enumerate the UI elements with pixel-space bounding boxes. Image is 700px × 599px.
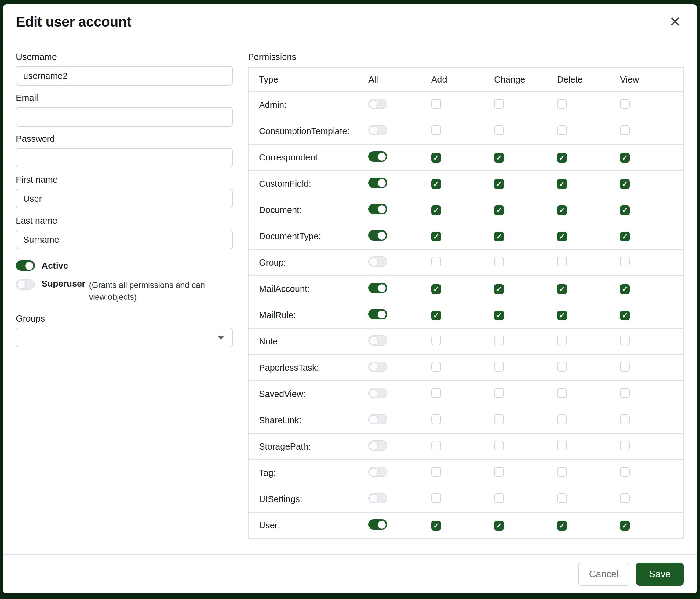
permission-view-checkbox[interactable] bbox=[620, 206, 630, 215]
permission-add-checkbox[interactable] bbox=[431, 362, 441, 372]
permission-add-checkbox[interactable] bbox=[431, 153, 441, 163]
permission-all-toggle[interactable] bbox=[368, 440, 387, 451]
permission-all-toggle[interactable] bbox=[368, 151, 387, 162]
permission-delete-checkbox[interactable] bbox=[557, 206, 567, 215]
permission-all-toggle[interactable] bbox=[368, 493, 387, 503]
active-toggle[interactable] bbox=[16, 260, 35, 271]
permission-view-checkbox[interactable] bbox=[620, 521, 630, 530]
permission-change-checkbox[interactable] bbox=[494, 153, 504, 163]
permission-all-toggle[interactable] bbox=[368, 230, 387, 241]
permission-all-toggle[interactable] bbox=[368, 309, 387, 319]
permission-all-toggle[interactable] bbox=[368, 257, 387, 267]
save-button[interactable]: Save bbox=[636, 562, 683, 585]
permission-all-toggle[interactable] bbox=[368, 177, 387, 188]
permission-view-checkbox[interactable] bbox=[620, 414, 630, 424]
permission-all-toggle[interactable] bbox=[368, 204, 387, 214]
permission-change-checkbox[interactable] bbox=[494, 336, 504, 345]
permission-add-checkbox[interactable] bbox=[431, 99, 441, 109]
permission-add-checkbox[interactable] bbox=[431, 232, 441, 241]
permission-delete-checkbox[interactable] bbox=[557, 257, 567, 266]
permission-change-checkbox[interactable] bbox=[494, 311, 504, 320]
permission-view-checkbox[interactable] bbox=[620, 467, 630, 477]
permission-change-checkbox[interactable] bbox=[494, 414, 504, 424]
permission-change-checkbox[interactable] bbox=[494, 388, 504, 398]
permission-delete-checkbox[interactable] bbox=[557, 311, 567, 320]
permission-delete-checkbox[interactable] bbox=[557, 467, 567, 477]
first-name-field[interactable] bbox=[16, 189, 233, 209]
permission-delete-checkbox[interactable] bbox=[557, 153, 567, 163]
permission-change-checkbox[interactable] bbox=[494, 284, 504, 294]
permission-add-checkbox[interactable] bbox=[431, 206, 441, 215]
permission-view-checkbox[interactable] bbox=[620, 441, 630, 451]
cancel-button[interactable]: Cancel bbox=[578, 562, 630, 585]
password-field[interactable] bbox=[16, 148, 233, 167]
permission-change-checkbox[interactable] bbox=[494, 493, 504, 503]
permission-change-checkbox[interactable] bbox=[494, 232, 504, 241]
username-input[interactable] bbox=[16, 66, 233, 86]
permission-delete-checkbox[interactable] bbox=[557, 125, 567, 135]
groups-select[interactable] bbox=[16, 328, 233, 347]
permission-view-checkbox[interactable] bbox=[620, 179, 630, 189]
superuser-toggle[interactable] bbox=[16, 279, 35, 290]
permission-all-toggle[interactable] bbox=[368, 519, 387, 530]
permission-view-cell bbox=[620, 257, 683, 269]
permission-all-toggle[interactable] bbox=[368, 125, 387, 136]
permission-add-checkbox[interactable] bbox=[431, 388, 441, 398]
permission-change-checkbox[interactable] bbox=[494, 179, 504, 189]
close-icon[interactable]: ✕ bbox=[667, 15, 683, 29]
permission-delete-checkbox[interactable] bbox=[557, 99, 567, 109]
permission-change-checkbox[interactable] bbox=[494, 467, 504, 477]
permission-add-checkbox[interactable] bbox=[431, 179, 441, 189]
permission-delete-checkbox[interactable] bbox=[557, 414, 567, 424]
permission-view-checkbox[interactable] bbox=[620, 99, 630, 109]
permission-delete-checkbox[interactable] bbox=[557, 179, 567, 189]
permission-all-toggle[interactable] bbox=[368, 362, 387, 372]
permission-change-checkbox[interactable] bbox=[494, 362, 504, 372]
permission-view-checkbox[interactable] bbox=[620, 388, 630, 398]
permission-all-toggle[interactable] bbox=[368, 414, 387, 425]
permission-all-toggle[interactable] bbox=[368, 388, 387, 398]
permission-delete-checkbox[interactable] bbox=[557, 284, 567, 294]
last-name-field[interactable] bbox=[16, 230, 233, 249]
permission-add-checkbox[interactable] bbox=[431, 414, 441, 424]
permission-add-checkbox[interactable] bbox=[431, 521, 441, 530]
permission-view-checkbox[interactable] bbox=[620, 362, 630, 372]
permission-all-cell bbox=[368, 99, 431, 111]
permission-add-checkbox[interactable] bbox=[431, 493, 441, 503]
permission-delete-checkbox[interactable] bbox=[557, 232, 567, 241]
permission-all-toggle[interactable] bbox=[368, 99, 387, 109]
permission-add-checkbox[interactable] bbox=[431, 125, 441, 135]
permission-change-checkbox[interactable] bbox=[494, 206, 504, 215]
permission-delete-checkbox[interactable] bbox=[557, 336, 567, 345]
permission-all-toggle[interactable] bbox=[368, 467, 387, 477]
permission-delete-checkbox[interactable] bbox=[557, 388, 567, 398]
permission-view-checkbox[interactable] bbox=[620, 232, 630, 241]
permission-change-checkbox[interactable] bbox=[494, 99, 504, 109]
permission-delete-checkbox[interactable] bbox=[557, 493, 567, 503]
permission-view-checkbox[interactable] bbox=[620, 257, 630, 266]
email-field[interactable] bbox=[16, 107, 233, 126]
permission-view-checkbox[interactable] bbox=[620, 284, 630, 294]
permission-add-checkbox[interactable] bbox=[431, 311, 441, 320]
permission-change-checkbox[interactable] bbox=[494, 257, 504, 266]
permission-view-checkbox[interactable] bbox=[620, 336, 630, 345]
permission-all-toggle[interactable] bbox=[368, 335, 387, 346]
permission-delete-checkbox[interactable] bbox=[557, 362, 567, 372]
permission-view-checkbox[interactable] bbox=[620, 311, 630, 320]
permission-add-checkbox[interactable] bbox=[431, 441, 441, 451]
permission-add-checkbox[interactable] bbox=[431, 284, 441, 294]
permission-view-checkbox[interactable] bbox=[620, 493, 630, 503]
permission-add-checkbox[interactable] bbox=[431, 336, 441, 345]
permission-delete-checkbox[interactable] bbox=[557, 441, 567, 451]
permission-all-cell bbox=[368, 519, 431, 532]
permission-change-checkbox[interactable] bbox=[494, 125, 504, 135]
permission-change-checkbox[interactable] bbox=[494, 441, 504, 451]
permission-delete-checkbox[interactable] bbox=[557, 521, 567, 530]
permission-view-checkbox[interactable] bbox=[620, 153, 630, 163]
permission-change-checkbox[interactable] bbox=[494, 521, 504, 530]
permission-add-checkbox[interactable] bbox=[431, 257, 441, 266]
permission-add-checkbox[interactable] bbox=[431, 467, 441, 477]
permission-all-toggle[interactable] bbox=[368, 283, 387, 293]
superuser-label: Superuser bbox=[42, 279, 85, 289]
permission-view-checkbox[interactable] bbox=[620, 125, 630, 135]
